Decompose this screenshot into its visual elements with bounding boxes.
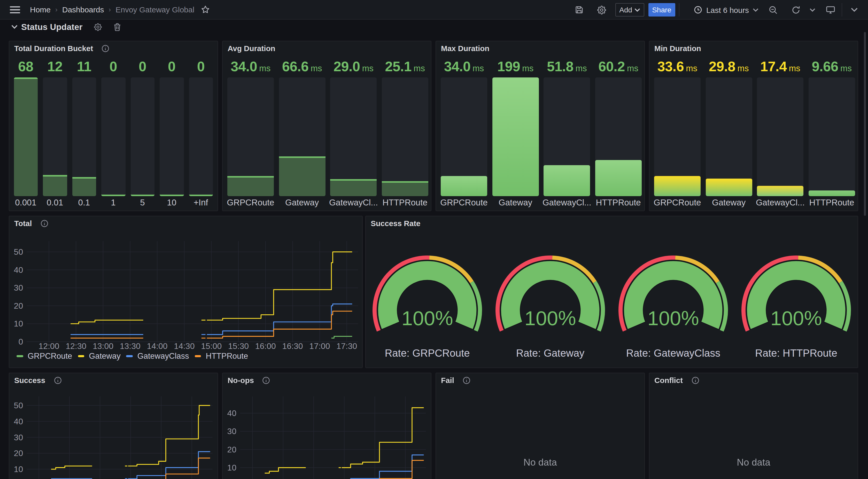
- timeseries-plot[interactable]: 10203040: [223, 373, 431, 479]
- x-axis-tick-label: 16:30: [282, 341, 303, 351]
- bar-gauge: 010: [160, 41, 184, 211]
- series-line-Gateway: [207, 252, 352, 320]
- bar-gauge: 60.2msHTTPRoute: [595, 41, 642, 211]
- bar-gauge-peak-line: [14, 77, 38, 79]
- bar-gauge-value-number: 0: [197, 59, 205, 74]
- bar-gauge-value: 34.0ms: [435, 59, 493, 75]
- legend-item[interactable]: GRPCRoute: [17, 351, 72, 361]
- grafana-dashboard: Home › Dashboards › Envoy Gateway Global: [0, 0, 868, 479]
- tv-mode-icon[interactable]: [823, 3, 838, 17]
- legend-series-color: [195, 355, 201, 357]
- bar-gauge-track: [227, 77, 274, 196]
- bar-gauge: 01: [101, 41, 125, 211]
- bar-gauge-value-number: 34.0: [231, 59, 257, 74]
- bar-gauge-value-unit: ms: [362, 64, 374, 73]
- bar-gauge-fill: [441, 176, 487, 196]
- bar-gauge-value-number: 11: [77, 59, 91, 74]
- bar-gauge-value: 33.6ms: [648, 59, 707, 75]
- x-axis-tick-label: 12:30: [66, 341, 86, 351]
- bar-gauge-value-number: 60.2: [598, 59, 625, 74]
- bar-gauge: 0+Inf: [189, 41, 213, 211]
- y-axis-tick-label: 30: [14, 433, 23, 442]
- panel-header[interactable]: Conflict: [654, 375, 699, 385]
- panel-success: Success1020304050: [9, 373, 218, 479]
- gauge: 100%Rate: Gateway: [495, 255, 605, 359]
- series-line-HTTPRoute: [342, 460, 424, 479]
- legend-item[interactable]: HTTPRoute: [195, 351, 248, 361]
- breadcrumb-home[interactable]: Home: [30, 5, 51, 14]
- row-collapse-chevron-icon[interactable]: [11, 25, 18, 29]
- series-line-GatewayClass: [342, 455, 424, 479]
- bar-gauge-fill: [544, 165, 590, 196]
- breadcrumb-dashboards[interactable]: Dashboards: [62, 5, 104, 14]
- bar-gauge-track: [595, 77, 642, 196]
- time-range-picker[interactable]: Last 6 hours: [694, 3, 749, 17]
- clock-icon: [694, 6, 702, 14]
- bar-gauge-value: 0: [183, 59, 219, 75]
- bar-gauge-fill: [757, 186, 803, 196]
- panel-header[interactable]: Fail: [441, 375, 470, 385]
- panel-total-duration-bucket: Total Duration Bucket680.001120.01110.10…: [9, 41, 218, 211]
- info-icon[interactable]: [691, 377, 699, 384]
- bar-gauge-track: [130, 77, 154, 196]
- bar-gauge: 110.1: [72, 41, 96, 211]
- bar-gauge-track: [160, 77, 184, 196]
- series-line-Gateway: [51, 466, 92, 469]
- y-axis-tick-label: 40: [14, 265, 23, 275]
- y-axis-tick-label: 20: [14, 301, 23, 310]
- share-button[interactable]: Share: [648, 3, 675, 16]
- menu-icon[interactable]: [10, 0, 21, 20]
- bar-gauge: 51.8msGatewayCl...: [544, 41, 590, 211]
- time-range-chevron-icon[interactable]: [750, 3, 761, 17]
- refresh-interval-chevron-icon[interactable]: [807, 3, 818, 17]
- bar-gauge: 25.1msHTTPRoute: [382, 41, 428, 211]
- x-axis-tick-label: 15:00: [201, 341, 222, 351]
- row-delete-trash-icon[interactable]: [113, 22, 122, 32]
- series-line-Gateway: [265, 468, 306, 473]
- breadcrumb: Home › Dashboards › Envoy Gateway Global: [30, 5, 194, 14]
- gear-icon[interactable]: [594, 3, 609, 17]
- add-button[interactable]: Add: [615, 3, 644, 16]
- bar-gauge-fill: [14, 77, 38, 196]
- legend: GRPCRouteGatewayGatewayClassHTTPRoute: [17, 351, 254, 361]
- bar-gauge-fill: [706, 178, 752, 196]
- bar-gauge: 33.6msGRPCRoute: [654, 41, 701, 211]
- info-icon[interactable]: [463, 377, 470, 384]
- time-range-label: Last 6 hours: [706, 5, 749, 14]
- gauge-label: Rate: GatewayClass: [626, 347, 720, 359]
- zoom-out-icon[interactable]: [766, 3, 780, 17]
- row-settings-gear-icon[interactable]: [94, 22, 103, 32]
- y-axis-tick-label: 10: [14, 319, 23, 328]
- bar-gauge-track: [189, 77, 213, 196]
- legend-item[interactable]: Gateway: [78, 351, 120, 361]
- gauge-value: 100%: [647, 307, 699, 330]
- x-axis-tick-label: 17:00: [309, 341, 330, 351]
- x-axis-tick-label: 16:00: [255, 341, 276, 351]
- x-axis-tick-label: 14:00: [147, 341, 168, 351]
- bar-gauge-fill: [43, 175, 67, 196]
- gauges: 100%Rate: GRPCRoute100%Rate: Gateway100%…: [366, 216, 858, 368]
- timeseries-plot[interactable]: 0102030405012:0012:3013:0013:3014:0014:3…: [9, 216, 362, 368]
- star-icon[interactable]: [201, 5, 210, 14]
- refresh-icon[interactable]: [788, 3, 803, 17]
- row-title[interactable]: Status Updater: [21, 22, 83, 32]
- save-icon[interactable]: [572, 3, 586, 17]
- page-scrollbar[interactable]: [864, 32, 866, 216]
- series-line-Gateway: [70, 320, 143, 323]
- bar-gauge-track: [101, 77, 125, 196]
- no-data-message: No data: [649, 457, 858, 468]
- panel-title: Fail: [441, 376, 454, 384]
- bar-gauge-value-unit: ms: [472, 64, 484, 73]
- timeseries-plot[interactable]: 1020304050: [9, 373, 218, 479]
- series-line-GatewayClass: [128, 452, 210, 479]
- bar-gauge-track: [382, 77, 428, 196]
- gauge: 100%Rate: HTTPRoute: [741, 255, 851, 359]
- legend-series-label: GRPCRoute: [28, 351, 72, 361]
- y-axis-tick-label: 30: [14, 283, 23, 293]
- bar-gauge-value-unit: ms: [259, 64, 271, 73]
- x-axis-tick-label: 13:00: [93, 341, 114, 351]
- legend-item[interactable]: GatewayClass: [126, 351, 189, 361]
- collapse-topbar-chevron-icon[interactable]: [848, 3, 860, 17]
- bar-gauge-value: 25.1ms: [376, 59, 435, 75]
- bar-gauge: 199msGateway: [492, 41, 538, 211]
